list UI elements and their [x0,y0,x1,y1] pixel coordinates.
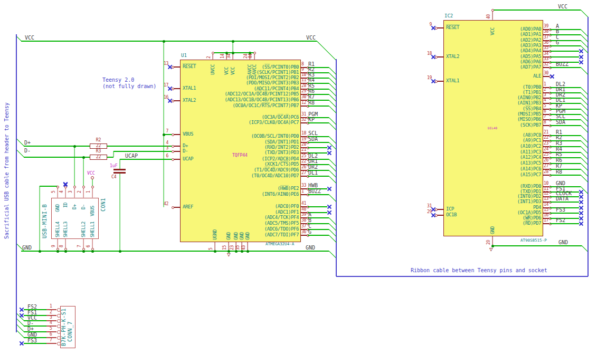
pin-number: 15 [544,208,548,213]
wire-segment [16,139,24,147]
pin-name: (AIN1)PB3 [446,101,541,106]
net-label-UCAP: UCAP [125,153,138,159]
junction-dot [73,145,76,148]
pin-end [57,342,61,346]
pin-name: SHELL2 [81,222,87,237]
pin-name: (SCK)PB7 [446,123,541,128]
junction-dot [82,156,85,159]
ic-reference: IC2 [444,14,453,19]
no-connect-icon [579,200,583,204]
pin-number: 38 [544,30,548,34]
pin-end [172,150,174,153]
pin-number: 9 [301,68,304,72]
junction-dot [39,250,41,253]
junction-dot [163,133,165,136]
pin-name: (INT1)PD3 [446,199,541,205]
pin-number: 2 [544,88,546,92]
junction-dot [82,250,85,253]
capacitor-reference: C4 [111,175,117,180]
pin-number: 12 [544,191,548,196]
junction-dot [235,250,238,253]
pin-name: (ADC12/OC1A/O̅C̅4̅B̅/PCINT12)PB5 [182,92,299,97]
wire-segment [550,163,581,164]
wire-segment [308,194,329,195]
no-connect-icon [431,26,435,30]
wire-segment [550,213,579,213]
wire-segment [83,157,83,186]
pin-number: 11 [301,78,306,83]
net-label-B: B [308,217,311,223]
pin-number: 9 [52,245,56,247]
net-label-D-: D- [27,320,34,326]
pin-number: 39 [544,24,548,29]
pin-name: (TXD/INT3)PD3 [182,150,299,156]
pin-name: (ICP3/CLK0/OC4A)PC7 [182,120,299,126]
net-label-FS3: FS3 [556,207,565,213]
pin-number: 35 [544,46,548,51]
no-connect-icon [20,313,24,318]
pin-name: (A12)PC4 [446,155,541,160]
pin-name: UVCC [211,64,216,75]
no-connect-icon [63,183,68,187]
pin-name: (INT6/AIN0)PE6 [182,192,299,197]
wire-segment [74,146,74,186]
pin-number: 27 [544,164,548,169]
net-label-SCL: SCL [308,130,318,136]
pin-end [172,145,174,148]
no-connect-icon [579,216,583,221]
no-connect-icon [550,74,554,79]
pin-number: 8 [301,62,304,67]
pin-name: GND [226,232,232,240]
pin-number: 39 [301,213,306,217]
pin-end [91,186,94,188]
resistor-reference: R3 [90,149,107,154]
ic-part-name: AT90S8515-P [520,238,547,243]
pin-number: 43 [242,245,247,250]
pin-name: (ADC13/OC1B/OC4B/PCINT13)PB6 [182,98,299,103]
wire-segment [308,147,327,148]
wire-segment [550,103,581,103]
pin-number: 32 [544,62,548,67]
no-connect-icon [20,341,24,346]
pin-number: 1 [87,190,91,193]
header-connector-value: B7K-PH-K-S1 [61,308,67,346]
pin-number: 14 [221,54,225,59]
wire-segment [21,251,329,251]
pin-name: (ADC0)PF0 [182,204,299,209]
pin-name: GND [234,232,239,240]
net-label-G: G [556,40,559,45]
pin-number: 19 [424,76,432,81]
pin-number: 16 [160,95,168,100]
pin-number: 34 [544,52,548,56]
usb-connector-value: USB-MINI-B [42,204,48,238]
ribbon-cable-note: Ribbon cable between Teensy pins and soc… [411,267,547,273]
pin-number: 20 [301,142,306,147]
net-label-D-: D- [24,148,31,154]
pin-number: 14 [544,203,548,207]
pin-number: 4 [60,190,64,193]
wire-segment [16,150,24,158]
capacitor-plate [113,169,126,170]
pin-number: 1 [301,189,304,194]
teensy-note-line1: Teensy 2.0 [102,77,134,83]
pin-number: 3 [50,315,52,320]
net-label-BUZZ: BUZZ [556,61,568,67]
cable-line [587,17,589,276]
pin-name: (ADC5/TMS)PF5 [182,221,299,226]
wire-segment [550,223,579,224]
wire-segment [550,34,581,35]
wire-segment [550,146,581,147]
wire-segment [120,159,173,159]
pin-number: 6 [50,332,52,337]
pin-number: 18 [424,52,432,56]
ground-symbol: ▽ [227,252,231,257]
wire-segment [308,122,329,123]
pin-number: 33 [544,57,548,62]
pin-name: (R̅D̅)PD7 [446,221,541,226]
wire-segment [550,157,581,158]
wire-segment [550,135,581,136]
pin-number: 24 [544,147,548,152]
pin-name: (T1/O̅C̅4̅D̅/ADC9)PD6 [182,168,299,173]
no-connect-icon [579,222,583,226]
resistor-value: 22 [90,144,107,149]
